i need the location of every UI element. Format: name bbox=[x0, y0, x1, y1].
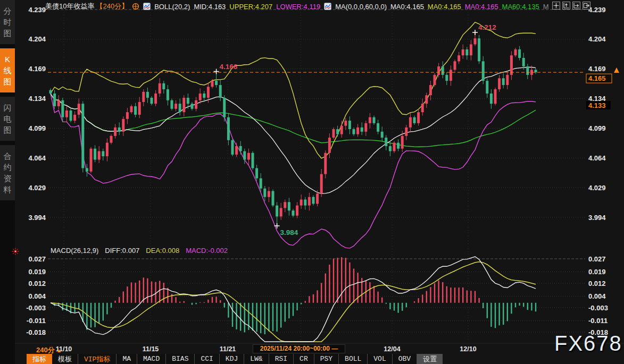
svg-text:0.027: 0.027 bbox=[28, 255, 46, 263]
chart-tool-buttons bbox=[552, 2, 590, 10]
period-badge: 【240分】 bbox=[96, 2, 128, 11]
svg-text:4.204: 4.204 bbox=[28, 35, 46, 43]
chart-header: 美债10年收益率 【240分】 BOLL(20,2) MID:4.163 UPP… bbox=[15, 2, 547, 11]
toolbar-item-3[interactable]: VIP指标 bbox=[78, 354, 117, 364]
sidebar-tab-3[interactable]: 闪电图 bbox=[0, 97, 15, 141]
svg-text:11/21: 11/21 bbox=[220, 345, 236, 353]
boll-lower-value: LOWER:4.119 bbox=[276, 3, 320, 11]
svg-text:4.029: 4.029 bbox=[588, 184, 606, 192]
sidebar-tab-2[interactable]: K线图 bbox=[0, 48, 15, 92]
svg-text:4.099: 4.099 bbox=[28, 124, 46, 132]
toolbar-item-9[interactable]: LW& bbox=[244, 354, 269, 364]
toolbar-item-7[interactable]: CCI bbox=[195, 354, 219, 364]
sidebar: 分时图K线图闪电图合约资料 bbox=[0, 0, 15, 364]
toolbar-item-1[interactable]: 指标 bbox=[27, 354, 52, 364]
ma0-magenta-value: MA0:4.165 bbox=[465, 3, 498, 11]
svg-text:-0.003: -0.003 bbox=[26, 304, 46, 312]
toolbar-item-15[interactable]: OBV bbox=[393, 354, 417, 364]
watermark-logo: FX678 bbox=[554, 332, 622, 355]
svg-text:4.029: 4.029 bbox=[28, 184, 46, 192]
toolbar-item-11[interactable]: CR bbox=[294, 354, 314, 364]
svg-text:0.027: 0.027 bbox=[588, 255, 606, 263]
toolbar-item-5[interactable]: MACD bbox=[137, 354, 166, 364]
crosshair-tool-icon[interactable] bbox=[552, 2, 560, 10]
red-star-icon bbox=[11, 247, 20, 256]
toolbar-item-2[interactable]: 模板 bbox=[52, 354, 78, 364]
instrument-title: 美债10年收益率 bbox=[45, 2, 94, 11]
svg-text:4.169: 4.169 bbox=[588, 65, 606, 73]
svg-text:-0.018: -0.018 bbox=[26, 328, 46, 336]
svg-text:4.165: 4.165 bbox=[588, 74, 606, 82]
svg-text:4.064: 4.064 bbox=[28, 154, 46, 162]
svg-text:-0.011: -0.011 bbox=[27, 317, 46, 325]
boll-upper-value: UPPER:4.207 bbox=[229, 3, 272, 11]
boll-label: BOLL(20,2) bbox=[154, 3, 190, 11]
svg-text:4.064: 4.064 bbox=[588, 154, 606, 162]
reference-price-tag: 4.133 bbox=[588, 101, 606, 109]
macd-diff-value: DIFF:0.007 bbox=[105, 247, 139, 255]
indicator-toolbar: 指标模板VIP指标MAMACDBIASCCIKDJLW&RSICRPSYBOLL… bbox=[27, 354, 443, 364]
svg-text:0.012: 0.012 bbox=[588, 280, 606, 287]
triangle-up-icon: ▲ bbox=[56, 348, 62, 353]
svg-text:4.134: 4.134 bbox=[28, 95, 46, 103]
price-up-arrow-icon bbox=[614, 67, 619, 73]
macd-panel bbox=[51, 257, 536, 342]
svg-text:3.994: 3.994 bbox=[588, 214, 606, 222]
svg-text:12/04: 12/04 bbox=[384, 345, 400, 353]
selected-range-label: 2025/11/24 20:00~00:00 — bbox=[253, 344, 345, 353]
svg-text:0.019: 0.019 bbox=[28, 268, 46, 276]
boll-mid-value: MID:4.163 bbox=[194, 3, 226, 11]
crosshair-circle-icon[interactable] bbox=[132, 3, 139, 10]
toolbar-item-14[interactable]: VOL bbox=[368, 354, 392, 364]
svg-text:4.212: 4.212 bbox=[478, 23, 496, 31]
svg-text:0.004: 0.004 bbox=[28, 292, 46, 300]
svg-text:4.239: 4.239 bbox=[588, 6, 606, 14]
ma0-white-value: MA0:4.165 bbox=[390, 3, 424, 11]
toolbar-item-13[interactable]: BOLL bbox=[339, 354, 368, 364]
svg-text:4.166: 4.166 bbox=[220, 63, 238, 71]
macd-label: MACD(26,12,9) bbox=[51, 247, 98, 255]
svg-text:3.984: 3.984 bbox=[280, 228, 298, 236]
svg-text:11/15: 11/15 bbox=[143, 345, 159, 353]
price-tags: 4.1654.133 bbox=[586, 67, 619, 109]
ma-suffix: M bbox=[543, 3, 549, 11]
period-text: 240分 bbox=[36, 346, 55, 354]
ma-indicator-icon[interactable] bbox=[324, 3, 331, 10]
boll-upper-line bbox=[51, 22, 536, 158]
candles bbox=[49, 32, 537, 226]
toolbar-item-6[interactable]: BIAS bbox=[166, 354, 195, 364]
svg-text:0.019: 0.019 bbox=[588, 268, 606, 276]
svg-text:0.012: 0.012 bbox=[28, 280, 46, 287]
toolbar-item-10[interactable]: RSI bbox=[269, 354, 294, 364]
toolbar-item-4[interactable]: MA bbox=[117, 354, 137, 364]
pan-right-icon[interactable] bbox=[583, 2, 590, 10]
boll-indicator-icon[interactable] bbox=[143, 3, 151, 10]
chart-canvas[interactable]: 4.2394.2394.2044.2044.1694.1694.1344.134… bbox=[0, 0, 624, 364]
axis-zoom-in-icon[interactable] bbox=[562, 2, 570, 10]
ma-label: MA(0,0,0,60,0,0) bbox=[335, 3, 387, 11]
macd-header: MACD(26,12,9) DIFF:0.007 DEA:0.008 MACD:… bbox=[51, 247, 228, 255]
toolbar-item-16[interactable]: 设置 bbox=[417, 354, 443, 364]
sidebar-tab-1[interactable]: 分时图 bbox=[0, 0, 15, 44]
svg-text:4.099: 4.099 bbox=[588, 124, 606, 132]
toolbar-item-8[interactable]: KDJ bbox=[220, 354, 244, 364]
svg-text:-0.003: -0.003 bbox=[588, 304, 608, 312]
axis-zoom-out-icon[interactable] bbox=[572, 2, 580, 10]
toolbar-item-12[interactable]: PSY bbox=[314, 354, 339, 364]
svg-text:-0.011: -0.011 bbox=[588, 317, 608, 325]
macd-macd-value: MACD:-0.002 bbox=[186, 247, 228, 255]
sidebar-tab-4[interactable]: 合约资料 bbox=[0, 145, 15, 200]
svg-text:4.204: 4.204 bbox=[588, 35, 606, 43]
svg-text:12/10: 12/10 bbox=[460, 345, 476, 353]
svg-text:0.004: 0.004 bbox=[588, 292, 606, 300]
svg-text:4.169: 4.169 bbox=[28, 65, 46, 73]
ma60-value: MA60:4.135 bbox=[502, 3, 539, 11]
ma0-yellow-value: MA0:4.165 bbox=[428, 3, 461, 11]
macd-dea-value: DEA:0.008 bbox=[146, 247, 179, 255]
app-window: 4.2394.2394.2044.2044.1694.1694.1344.134… bbox=[0, 0, 624, 364]
svg-text:3.994: 3.994 bbox=[28, 214, 46, 222]
